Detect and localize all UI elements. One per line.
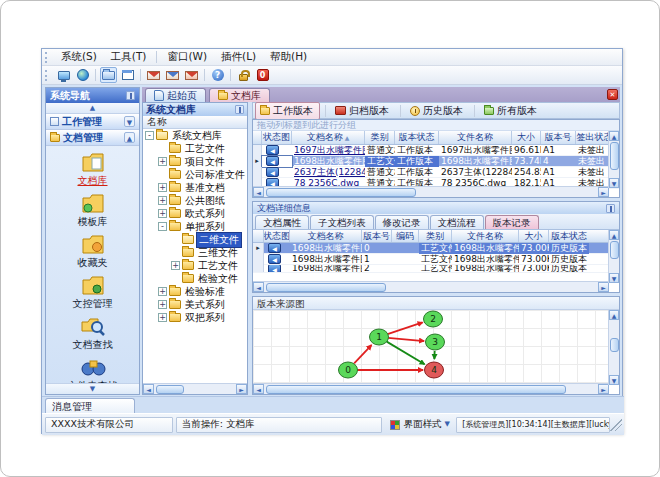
- close-icon[interactable]: ✕: [607, 89, 618, 100]
- expand-icon[interactable]: +: [158, 157, 167, 166]
- scroll-up-icon[interactable]: ▲: [609, 131, 619, 141]
- version-graph[interactable]: 01234: [253, 310, 609, 385]
- tab-document-library[interactable]: 文档库: [209, 88, 270, 102]
- tree-node[interactable]: .检验文件: [143, 272, 247, 285]
- col-code[interactable]: 编码: [392, 230, 419, 242]
- expand-icon[interactable]: +: [158, 196, 167, 205]
- version-row[interactable]: ◀ 1698出水嘴零件图.dwg 1 工艺文件 1698出水嘴零件图.dwg 7…: [253, 254, 619, 265]
- mail-red-icon[interactable]: [145, 67, 162, 83]
- scroll-down-icon[interactable]: ▼: [609, 375, 619, 385]
- scroll-down-icon[interactable]: ▼: [609, 273, 619, 283]
- scroll-right-icon[interactable]: ►: [598, 282, 609, 292]
- expand-icon[interactable]: +: [171, 261, 180, 270]
- scroll-left-icon[interactable]: ◄: [253, 187, 264, 197]
- col-size[interactable]: 大小: [512, 131, 541, 144]
- sidebar-item-favorites[interactable]: 收藏夹: [46, 232, 139, 271]
- chevron-up-icon[interactable]: ▲: [124, 132, 135, 143]
- archived-version-button[interactable]: 归档版本: [331, 103, 395, 119]
- menu-system[interactable]: 系统(S): [54, 49, 104, 65]
- expand-icon[interactable]: +: [158, 183, 167, 192]
- tree-column-header[interactable]: 名称: [143, 116, 247, 129]
- pin-icon[interactable]: [606, 204, 615, 213]
- lock-icon[interactable]: [235, 67, 252, 83]
- graph-hscrollbar[interactable]: ◄ ►: [253, 383, 609, 394]
- scroll-right-icon[interactable]: ►: [598, 187, 609, 197]
- col-doc-name[interactable]: 文档名称: [290, 230, 362, 242]
- col-size[interactable]: 大小: [519, 230, 549, 242]
- power-icon[interactable]: 0: [254, 67, 271, 83]
- detail-hscrollbar[interactable]: ◄ ►: [253, 281, 609, 292]
- tab-subdoc-list[interactable]: 子文档列表: [310, 215, 374, 229]
- chevron-down-icon[interactable]: ▼: [124, 116, 135, 127]
- tab-modify-record[interactable]: 修改记录: [375, 215, 429, 229]
- sidebar-item-folder-search[interactable]: 文件夹查找: [46, 355, 139, 383]
- window-icon[interactable]: [119, 67, 136, 83]
- sidebar-item-template-library[interactable]: 模板库: [46, 191, 139, 230]
- col-version-state[interactable]: 版本状态: [395, 131, 439, 144]
- col-version-no[interactable]: 版本号: [541, 131, 576, 144]
- col-category[interactable]: 类别: [419, 230, 452, 242]
- col-status-icon[interactable]: 状态图: [264, 230, 290, 242]
- scroll-thumb[interactable]: [610, 338, 619, 352]
- tab-start-page[interactable]: 起始页: [145, 88, 206, 102]
- sidebar-item-doc-search[interactable]: 文档查找: [46, 314, 139, 353]
- expand-icon[interactable]: +: [158, 287, 167, 296]
- resize-grip[interactable]: [610, 419, 622, 431]
- col-version-state[interactable]: 版本状态: [549, 230, 589, 242]
- sidebar-group-doc[interactable]: 文档管理 ▲: [46, 130, 139, 146]
- pin-icon[interactable]: [235, 105, 244, 114]
- scroll-right-icon[interactable]: ►: [598, 384, 609, 394]
- document-row[interactable]: ◀ 2637主体(12284).dwg 普通文档 工作版本 2637主体(122…: [253, 167, 619, 178]
- menu-window[interactable]: 窗口(W): [160, 49, 214, 65]
- collapse-icon[interactable]: -: [145, 131, 154, 140]
- scroll-right-icon[interactable]: ►: [236, 384, 247, 394]
- globe-icon[interactable]: [74, 67, 91, 83]
- scroll-thumb[interactable]: [266, 385, 566, 394]
- document-row[interactable]: ◀ 1697出水嘴零件图.dwg 普通文档 工作版本 1697出水嘴零件图.dw…: [253, 145, 619, 156]
- menu-tools[interactable]: 工具(T): [104, 49, 154, 65]
- collapse-icon[interactable]: -: [158, 222, 167, 231]
- scroll-up-icon[interactable]: ▲: [609, 310, 619, 320]
- folder-icon[interactable]: [100, 67, 117, 83]
- sidebar-item-document-library[interactable]: 文档库: [46, 150, 139, 189]
- tree-node[interactable]: .三维文件: [143, 246, 247, 259]
- detail-vscrollbar[interactable]: ▲ ▼: [608, 230, 619, 283]
- document-grid-vscrollbar[interactable]: ▲ ▼: [608, 131, 619, 188]
- scroll-down-icon[interactable]: ▼: [609, 178, 619, 188]
- tree-hscrollbar[interactable]: ◄ ►: [143, 383, 247, 394]
- tree-node[interactable]: +工艺文件: [143, 259, 247, 272]
- scroll-thumb[interactable]: [610, 241, 619, 259]
- tree-node[interactable]: .公司标准文件: [143, 168, 247, 181]
- scroll-thumb[interactable]: [156, 385, 184, 394]
- tree-node[interactable]: +欧式系列: [143, 207, 247, 220]
- tree-node-selected[interactable]: .二维文件: [143, 233, 247, 246]
- tree-node[interactable]: +双把系列: [143, 311, 247, 324]
- document-grid-hscrollbar[interactable]: ◄ ►: [253, 186, 609, 197]
- col-doc-name[interactable]: 文档名称▲: [292, 131, 365, 144]
- message-management-tab[interactable]: 消息管理: [45, 398, 135, 413]
- expand-icon[interactable]: +: [158, 209, 167, 218]
- scroll-left-icon[interactable]: ◄: [143, 384, 154, 394]
- version-row-selected[interactable]: ▸ ◀ 1698出水嘴零件图.dwg 0 工艺文件 1698出水嘴零件图.dwg…: [253, 243, 619, 254]
- tree-node[interactable]: +美式系列: [143, 298, 247, 311]
- col-file-name[interactable]: 文件名称: [452, 230, 519, 242]
- sidebar-item-doc-control[interactable]: 文控管理: [46, 273, 139, 312]
- sidebar-collapse-strip[interactable]: ▲: [46, 103, 139, 114]
- col-file-name[interactable]: 文件名称: [439, 131, 512, 144]
- mail-blue-icon[interactable]: [164, 67, 181, 83]
- pin-icon[interactable]: [126, 91, 135, 100]
- tab-version-record[interactable]: 版本记录: [485, 215, 539, 229]
- ui-style-dropdown[interactable]: 界面样式 ▼: [385, 417, 453, 433]
- sidebar-scroll-down-strip[interactable]: ▼: [46, 383, 139, 394]
- col-category[interactable]: 类别: [365, 131, 395, 144]
- expand-icon[interactable]: +: [158, 313, 167, 322]
- version-row-partial[interactable]: ◀ 1698出水嘴零件图.dwg 2 工艺文件 1698出水嘴零件图.dwg 7…: [253, 265, 619, 273]
- col-version-no[interactable]: 版本号: [362, 230, 392, 242]
- mail-open-icon[interactable]: [183, 67, 200, 83]
- scroll-left-icon[interactable]: ◄: [253, 384, 264, 394]
- history-version-button[interactable]: 历史版本: [406, 103, 469, 119]
- scroll-thumb[interactable]: [266, 188, 416, 197]
- tree-node[interactable]: -系统文档库: [143, 129, 247, 142]
- scroll-thumb[interactable]: [610, 142, 619, 170]
- scroll-thumb[interactable]: [266, 283, 386, 292]
